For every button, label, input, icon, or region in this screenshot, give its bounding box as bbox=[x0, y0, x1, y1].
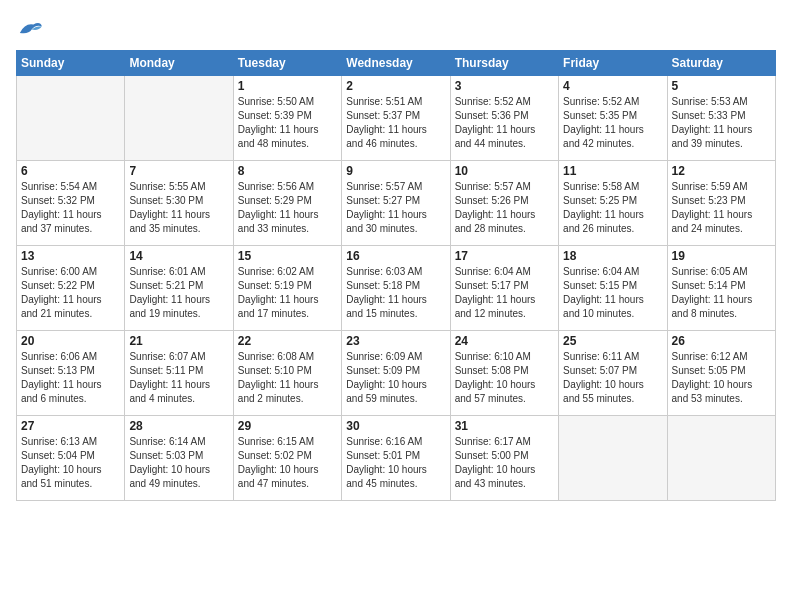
calendar-table: SundayMondayTuesdayWednesdayThursdayFrid… bbox=[16, 50, 776, 501]
calendar-cell: 12 Sunrise: 5:59 AM Sunset: 5:23 PM Dayl… bbox=[667, 161, 775, 246]
calendar-week-row: 1 Sunrise: 5:50 AM Sunset: 5:39 PM Dayli… bbox=[17, 76, 776, 161]
day-number: 30 bbox=[346, 419, 445, 433]
calendar-cell: 17 Sunrise: 6:04 AM Sunset: 5:17 PM Dayl… bbox=[450, 246, 558, 331]
calendar-cell: 24 Sunrise: 6:10 AM Sunset: 5:08 PM Dayl… bbox=[450, 331, 558, 416]
day-of-week-header: Sunday bbox=[17, 51, 125, 76]
calendar-cell: 20 Sunrise: 6:06 AM Sunset: 5:13 PM Dayl… bbox=[17, 331, 125, 416]
day-detail: Sunrise: 5:58 AM Sunset: 5:25 PM Dayligh… bbox=[563, 180, 662, 236]
day-number: 12 bbox=[672, 164, 771, 178]
day-detail: Sunrise: 6:08 AM Sunset: 5:10 PM Dayligh… bbox=[238, 350, 337, 406]
calendar-cell: 3 Sunrise: 5:52 AM Sunset: 5:36 PM Dayli… bbox=[450, 76, 558, 161]
day-number: 10 bbox=[455, 164, 554, 178]
day-detail: Sunrise: 6:07 AM Sunset: 5:11 PM Dayligh… bbox=[129, 350, 228, 406]
day-detail: Sunrise: 5:53 AM Sunset: 5:33 PM Dayligh… bbox=[672, 95, 771, 151]
day-detail: Sunrise: 5:54 AM Sunset: 5:32 PM Dayligh… bbox=[21, 180, 120, 236]
day-number: 23 bbox=[346, 334, 445, 348]
day-detail: Sunrise: 6:12 AM Sunset: 5:05 PM Dayligh… bbox=[672, 350, 771, 406]
day-number: 24 bbox=[455, 334, 554, 348]
calendar-cell: 13 Sunrise: 6:00 AM Sunset: 5:22 PM Dayl… bbox=[17, 246, 125, 331]
calendar-cell: 10 Sunrise: 5:57 AM Sunset: 5:26 PM Dayl… bbox=[450, 161, 558, 246]
day-detail: Sunrise: 6:15 AM Sunset: 5:02 PM Dayligh… bbox=[238, 435, 337, 491]
calendar-cell: 18 Sunrise: 6:04 AM Sunset: 5:15 PM Dayl… bbox=[559, 246, 667, 331]
calendar-cell: 23 Sunrise: 6:09 AM Sunset: 5:09 PM Dayl… bbox=[342, 331, 450, 416]
day-detail: Sunrise: 6:00 AM Sunset: 5:22 PM Dayligh… bbox=[21, 265, 120, 321]
calendar-cell: 22 Sunrise: 6:08 AM Sunset: 5:10 PM Dayl… bbox=[233, 331, 341, 416]
calendar-cell: 15 Sunrise: 6:02 AM Sunset: 5:19 PM Dayl… bbox=[233, 246, 341, 331]
day-number: 9 bbox=[346, 164, 445, 178]
calendar-cell: 7 Sunrise: 5:55 AM Sunset: 5:30 PM Dayli… bbox=[125, 161, 233, 246]
calendar-cell: 27 Sunrise: 6:13 AM Sunset: 5:04 PM Dayl… bbox=[17, 416, 125, 501]
day-number: 26 bbox=[672, 334, 771, 348]
day-detail: Sunrise: 6:02 AM Sunset: 5:19 PM Dayligh… bbox=[238, 265, 337, 321]
day-detail: Sunrise: 5:50 AM Sunset: 5:39 PM Dayligh… bbox=[238, 95, 337, 151]
calendar-header-row: SundayMondayTuesdayWednesdayThursdayFrid… bbox=[17, 51, 776, 76]
day-detail: Sunrise: 6:04 AM Sunset: 5:15 PM Dayligh… bbox=[563, 265, 662, 321]
day-of-week-header: Wednesday bbox=[342, 51, 450, 76]
calendar-week-row: 13 Sunrise: 6:00 AM Sunset: 5:22 PM Dayl… bbox=[17, 246, 776, 331]
calendar-cell bbox=[559, 416, 667, 501]
day-detail: Sunrise: 6:16 AM Sunset: 5:01 PM Dayligh… bbox=[346, 435, 445, 491]
day-detail: Sunrise: 6:11 AM Sunset: 5:07 PM Dayligh… bbox=[563, 350, 662, 406]
calendar-week-row: 6 Sunrise: 5:54 AM Sunset: 5:32 PM Dayli… bbox=[17, 161, 776, 246]
calendar-cell bbox=[17, 76, 125, 161]
day-number: 17 bbox=[455, 249, 554, 263]
day-number: 2 bbox=[346, 79, 445, 93]
day-detail: Sunrise: 5:55 AM Sunset: 5:30 PM Dayligh… bbox=[129, 180, 228, 236]
calendar-cell: 2 Sunrise: 5:51 AM Sunset: 5:37 PM Dayli… bbox=[342, 76, 450, 161]
day-number: 5 bbox=[672, 79, 771, 93]
day-detail: Sunrise: 6:03 AM Sunset: 5:18 PM Dayligh… bbox=[346, 265, 445, 321]
calendar-cell: 8 Sunrise: 5:56 AM Sunset: 5:29 PM Dayli… bbox=[233, 161, 341, 246]
day-of-week-header: Friday bbox=[559, 51, 667, 76]
calendar-cell: 28 Sunrise: 6:14 AM Sunset: 5:03 PM Dayl… bbox=[125, 416, 233, 501]
day-number: 6 bbox=[21, 164, 120, 178]
day-number: 19 bbox=[672, 249, 771, 263]
day-number: 11 bbox=[563, 164, 662, 178]
day-number: 8 bbox=[238, 164, 337, 178]
day-detail: Sunrise: 6:04 AM Sunset: 5:17 PM Dayligh… bbox=[455, 265, 554, 321]
day-number: 16 bbox=[346, 249, 445, 263]
day-detail: Sunrise: 5:56 AM Sunset: 5:29 PM Dayligh… bbox=[238, 180, 337, 236]
calendar-cell bbox=[125, 76, 233, 161]
day-detail: Sunrise: 5:52 AM Sunset: 5:36 PM Dayligh… bbox=[455, 95, 554, 151]
day-detail: Sunrise: 6:01 AM Sunset: 5:21 PM Dayligh… bbox=[129, 265, 228, 321]
day-number: 15 bbox=[238, 249, 337, 263]
day-detail: Sunrise: 6:10 AM Sunset: 5:08 PM Dayligh… bbox=[455, 350, 554, 406]
calendar-cell bbox=[667, 416, 775, 501]
day-number: 14 bbox=[129, 249, 228, 263]
calendar-cell: 6 Sunrise: 5:54 AM Sunset: 5:32 PM Dayli… bbox=[17, 161, 125, 246]
day-of-week-header: Thursday bbox=[450, 51, 558, 76]
day-detail: Sunrise: 6:09 AM Sunset: 5:09 PM Dayligh… bbox=[346, 350, 445, 406]
day-detail: Sunrise: 6:06 AM Sunset: 5:13 PM Dayligh… bbox=[21, 350, 120, 406]
calendar-cell: 5 Sunrise: 5:53 AM Sunset: 5:33 PM Dayli… bbox=[667, 76, 775, 161]
day-detail: Sunrise: 6:17 AM Sunset: 5:00 PM Dayligh… bbox=[455, 435, 554, 491]
day-number: 3 bbox=[455, 79, 554, 93]
day-number: 22 bbox=[238, 334, 337, 348]
calendar-cell: 21 Sunrise: 6:07 AM Sunset: 5:11 PM Dayl… bbox=[125, 331, 233, 416]
day-number: 27 bbox=[21, 419, 120, 433]
day-number: 4 bbox=[563, 79, 662, 93]
day-number: 20 bbox=[21, 334, 120, 348]
calendar-cell: 16 Sunrise: 6:03 AM Sunset: 5:18 PM Dayl… bbox=[342, 246, 450, 331]
day-number: 1 bbox=[238, 79, 337, 93]
day-detail: Sunrise: 6:14 AM Sunset: 5:03 PM Dayligh… bbox=[129, 435, 228, 491]
calendar-cell: 26 Sunrise: 6:12 AM Sunset: 5:05 PM Dayl… bbox=[667, 331, 775, 416]
page-header bbox=[16, 16, 776, 38]
calendar-cell: 14 Sunrise: 6:01 AM Sunset: 5:21 PM Dayl… bbox=[125, 246, 233, 331]
calendar-cell: 11 Sunrise: 5:58 AM Sunset: 5:25 PM Dayl… bbox=[559, 161, 667, 246]
calendar-cell: 1 Sunrise: 5:50 AM Sunset: 5:39 PM Dayli… bbox=[233, 76, 341, 161]
calendar-cell: 25 Sunrise: 6:11 AM Sunset: 5:07 PM Dayl… bbox=[559, 331, 667, 416]
day-detail: Sunrise: 6:13 AM Sunset: 5:04 PM Dayligh… bbox=[21, 435, 120, 491]
day-number: 28 bbox=[129, 419, 228, 433]
day-number: 18 bbox=[563, 249, 662, 263]
day-number: 7 bbox=[129, 164, 228, 178]
calendar-cell: 4 Sunrise: 5:52 AM Sunset: 5:35 PM Dayli… bbox=[559, 76, 667, 161]
day-of-week-header: Saturday bbox=[667, 51, 775, 76]
day-of-week-header: Monday bbox=[125, 51, 233, 76]
day-number: 25 bbox=[563, 334, 662, 348]
day-detail: Sunrise: 5:52 AM Sunset: 5:35 PM Dayligh… bbox=[563, 95, 662, 151]
day-number: 31 bbox=[455, 419, 554, 433]
day-detail: Sunrise: 5:51 AM Sunset: 5:37 PM Dayligh… bbox=[346, 95, 445, 151]
logo-icon bbox=[16, 16, 44, 38]
calendar-cell: 29 Sunrise: 6:15 AM Sunset: 5:02 PM Dayl… bbox=[233, 416, 341, 501]
day-detail: Sunrise: 5:59 AM Sunset: 5:23 PM Dayligh… bbox=[672, 180, 771, 236]
